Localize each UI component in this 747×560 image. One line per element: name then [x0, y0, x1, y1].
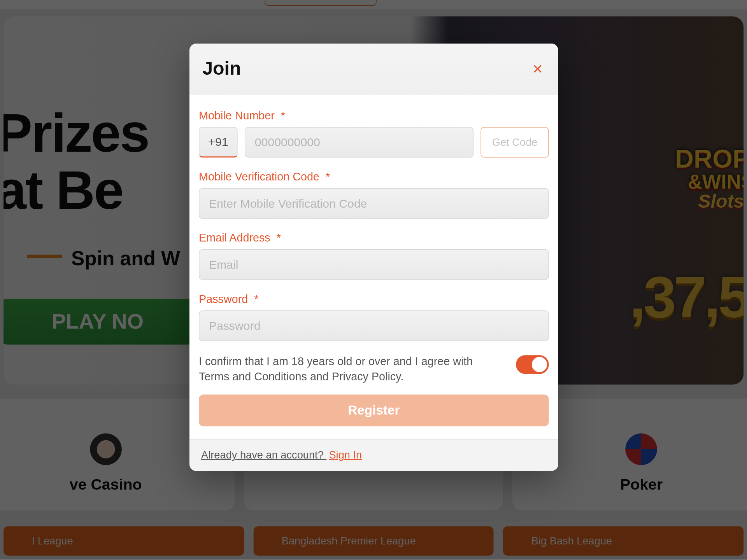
email-label: Email Address *	[199, 232, 549, 245]
age-confirm-toggle[interactable]	[516, 355, 549, 374]
field-verification-code: Mobile Verification Code *	[199, 170, 549, 219]
password-input[interactable]	[199, 310, 549, 341]
join-modal: Join Mobile Number * +91 Get Code Mobile…	[189, 44, 558, 471]
register-button[interactable]: Register	[199, 395, 549, 427]
age-confirm-row: I confirm that I am 18 years old or over…	[199, 354, 549, 384]
field-mobile-number: Mobile Number * +91 Get Code	[199, 109, 549, 158]
modal-title: Join	[202, 58, 241, 79]
modal-body: Mobile Number * +91 Get Code Mobile Veri…	[189, 95, 558, 439]
country-code-prefix[interactable]: +91	[199, 127, 238, 158]
get-code-button[interactable]: Get Code	[480, 127, 549, 158]
mobile-label: Mobile Number *	[199, 109, 549, 122]
modal-header: Join	[189, 44, 558, 95]
mobile-number-input[interactable]	[245, 127, 473, 158]
field-email: Email Address *	[199, 232, 549, 280]
password-label: Password *	[199, 293, 549, 306]
modal-footer: Already have an account? Sign In	[189, 439, 558, 471]
email-input[interactable]	[199, 249, 549, 280]
sign-in-link[interactable]: Sign In	[329, 450, 362, 461]
close-icon[interactable]	[530, 61, 545, 76]
age-confirm-text: I confirm that I am 18 years old or over…	[199, 354, 505, 384]
already-account-text: Already have an account?	[201, 450, 326, 461]
verification-code-input[interactable]	[199, 188, 549, 219]
field-password: Password *	[199, 293, 549, 341]
toggle-knob	[532, 357, 547, 372]
verification-label: Mobile Verification Code *	[199, 170, 549, 183]
